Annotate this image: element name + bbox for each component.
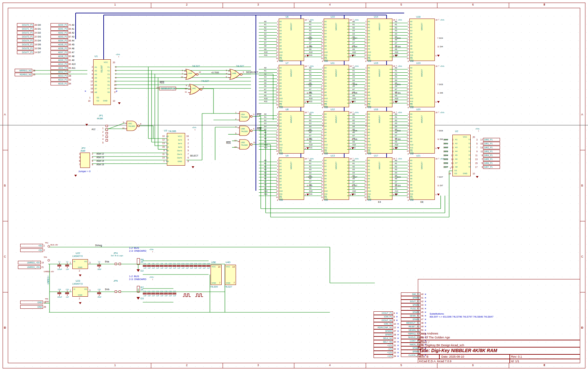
net-label[interactable]: DO5	[439, 158, 448, 160]
gate-u5a[interactable]: U5A 74LS00 1 2 3	[238, 111, 260, 123]
connector-row[interactable]: AD13_P138	[51, 74, 76, 78]
hier-label[interactable]: AD04_P2	[51, 39, 68, 42]
net-label[interactable]: A7	[72, 51, 74, 53]
connector-row[interactable]: +12V31✕	[374, 344, 399, 347]
ram-chip[interactable]: U21 MM5257 A0A1A2A3A4A5A6A7A8A9A10A11 1A…	[409, 157, 435, 200]
hier-label[interactable]: SIM_P1	[401, 292, 420, 296]
u22-ref[interactable]: U22	[76, 252, 80, 255]
ram-chip[interactable]: U11 MM5257 A0A1A2A3A4A5A6A7A8A9A10A11 1A…	[324, 65, 349, 107]
hier-label[interactable]: SEL7_N1	[374, 340, 393, 344]
u3-ref[interactable]: U3	[164, 129, 167, 132]
hier-label[interactable]: DIR1_P1	[483, 142, 500, 145]
power-net[interactable]: +5Vb	[149, 276, 154, 278]
capacitor[interactable]: C7.1uF	[155, 263, 159, 269]
power-net[interactable]: +5Vb	[440, 111, 444, 113]
net-label[interactable]: DO4	[439, 37, 443, 39]
net-label[interactable]: A3	[72, 36, 74, 38]
hier-label[interactable]: AD12_P1	[51, 70, 68, 74]
connector-row[interactable]: IOIN_P16✕	[374, 315, 399, 319]
connector-row[interactable]: +12V34✕	[374, 354, 399, 358]
hier-label[interactable]: SPARE	[401, 350, 420, 353]
net-label[interactable]: DI3	[37, 36, 41, 38]
hier-label[interactable]: SPARE	[401, 303, 420, 307]
net-label[interactable]: DI7	[37, 51, 41, 53]
ram-chip[interactable]: U10 MM5257 A0A1A2A3A4A5A6A7A8A9A10A11 1A…	[324, 19, 349, 61]
ram-chip[interactable]: U15 MM5257 A0A1A2A3A4A5A6A7A8A9A10A11 1A…	[367, 65, 392, 107]
u5e-ref[interactable]: U5E	[211, 261, 216, 264]
hier-label[interactable]: MEMOUT_N1	[401, 321, 420, 325]
hier-label[interactable]: RDREG_N2	[15, 73, 32, 76]
hier-label[interactable]: GND	[20, 301, 43, 304]
capacitor[interactable]: C18.1uF	[202, 263, 206, 269]
net-label[interactable]: DO7	[439, 176, 443, 178]
power-net[interactable]: +5Va	[475, 128, 479, 130]
capacitor[interactable]: C20.1uF	[143, 290, 147, 297]
capacitor-c3[interactable]: C3.06uF	[97, 261, 101, 270]
net-label[interactable]: DI2	[37, 32, 41, 34]
hier-label[interactable]: AD11_P2	[51, 66, 68, 70]
gate-u5d[interactable]: U5D 74LS00 12 13 11	[238, 139, 260, 151]
net-label-5vreg[interactable]: 5Vreg	[95, 244, 102, 247]
capacitor[interactable]: C25.1uF	[164, 290, 168, 297]
hier-label[interactable]: DOUT4_P1	[17, 39, 34, 42]
u2-ref[interactable]: U2	[455, 130, 458, 133]
net-label-rds[interactable]: RDS	[226, 142, 231, 144]
u23-part[interactable]: LM340T-5	[72, 283, 83, 285]
hier-label[interactable]: IOOUT_P1	[374, 311, 393, 315]
hier-label[interactable]: +5V	[20, 248, 43, 252]
jp2-ref[interactable]: JP2	[81, 147, 85, 150]
net-label[interactable]: A5	[72, 43, 74, 46]
hier-label[interactable]: SEMA_P1	[401, 314, 420, 318]
connector-row[interactable]: SEL7_N130✕	[374, 340, 399, 344]
net-label[interactable]: DI4	[37, 39, 41, 42]
connector-row[interactable]: RDREG_N255	[15, 72, 36, 76]
ram-chip[interactable]: U7 MM5257 A0A1A2A3A4A5A6A7A8A9A10A11 1A0…	[279, 65, 304, 107]
capacitor[interactable]: C9.1uF	[164, 263, 168, 269]
connector-row[interactable]: DOUT6_P116DI6	[17, 46, 41, 50]
connector-row[interactable]: +12V33✕	[374, 351, 399, 354]
hier-label[interactable]: IOOUT_N1	[374, 319, 393, 322]
hier-label[interactable]: AD06_P2	[51, 47, 68, 50]
hier-label[interactable]: DOUT0_P1	[17, 23, 34, 27]
jp4-ref[interactable]: JP4	[113, 252, 118, 255]
capacitor-c1[interactable]: C1220uF	[57, 261, 61, 270]
net-label-5va[interactable]: 5Va	[105, 260, 109, 263]
hier-label[interactable]: +12V	[374, 354, 393, 358]
hier-label[interactable]: SPARE	[401, 310, 420, 314]
connector-row[interactable]: AD09_P261A9	[51, 58, 76, 62]
connector-row[interactable]: AD06_P264A6	[51, 46, 76, 50]
jumper-pad[interactable]	[115, 290, 117, 293]
gate-u5b[interactable]: U5B 74LS00 4 5 6	[238, 125, 260, 137]
hier-label[interactable]: RDRCONF_N1	[374, 326, 393, 329]
hier-label[interactable]: UNREG_+5V	[18, 265, 41, 269]
net-label[interactable]: A1	[72, 28, 74, 30]
hier-label[interactable]: DIR0_P1	[483, 138, 500, 141]
connector-row[interactable]: DOUT1_P126DI1	[17, 27, 41, 31]
hier-label[interactable]: SPARE	[374, 329, 393, 333]
u23-body[interactable]: VI VO GND	[72, 287, 88, 297]
connector-row[interactable]: AD01_P269A1	[51, 27, 76, 31]
connector-row[interactable]: DOUT7_P114DI7	[17, 50, 41, 54]
ram-chip[interactable]: U12 MM5257 A0A1A2A3A4A5A6A7A8A9A10A11 1A…	[324, 111, 349, 154]
ram-chip[interactable]: U17 MM5257 A0A1A2A3A4A5A6A7A8A9A10A11 1A…	[367, 157, 392, 200]
hier-label[interactable]: SPARE	[401, 318, 420, 321]
net-label[interactable]: DI5	[37, 43, 41, 46]
capacitor[interactable]: C8.1uF	[160, 263, 164, 269]
power-net[interactable]: +5Vb	[192, 126, 196, 128]
capacitor[interactable]: C14.1uF	[185, 263, 189, 269]
hier-label[interactable]: FLG2_P1	[401, 307, 420, 310]
net-label[interactable]: DI1	[37, 28, 41, 30]
capacitor[interactable]: C17.1uF	[198, 263, 202, 269]
u4d-part[interactable]: 74LS27	[224, 286, 232, 288]
hier-label[interactable]: SPARE	[374, 333, 393, 336]
hier-label[interactable]: RESET_N1	[401, 325, 420, 328]
connector-row[interactable]: AD07_P263A7	[51, 50, 76, 54]
hier-label[interactable]: AD09_P2	[51, 58, 68, 62]
connector-row[interactable]: DOUT4_P120DI4	[17, 38, 41, 42]
diode-d3[interactable]	[137, 297, 140, 300]
net-label[interactable]: <0.7000	[211, 71, 219, 74]
capacitor[interactable]: C22.1uF	[151, 290, 155, 297]
hier-label[interactable]: DIR3_P1	[483, 150, 500, 153]
net-label[interactable]: DO1	[439, 142, 448, 145]
net-label[interactable]: DI6	[37, 47, 41, 50]
